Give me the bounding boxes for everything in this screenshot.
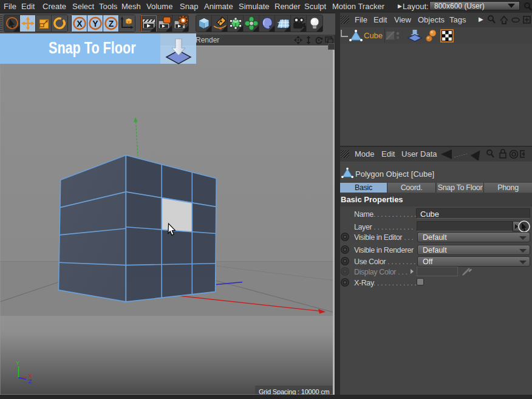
svg-text:Grid Spacing : 10000 cm: Grid Spacing : 10000 cm: [259, 388, 330, 395]
svg-text:Y: Y: [92, 19, 98, 29]
svg-text:Z: Z: [29, 378, 32, 384]
svg-text:Z: Z: [109, 19, 114, 29]
svg-text:X: X: [77, 19, 83, 29]
svg-text:Y: Y: [16, 360, 20, 366]
